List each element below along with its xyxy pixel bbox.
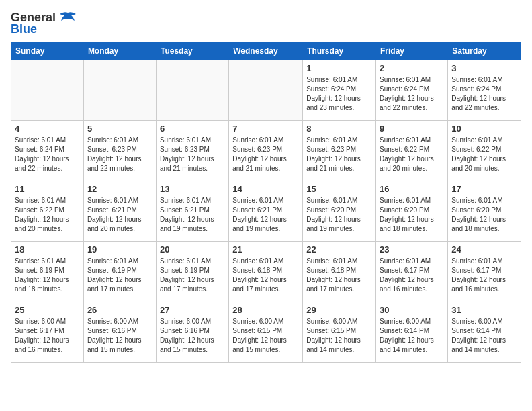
calendar-cell (156, 60, 228, 121)
day-number: 13 (160, 184, 225, 194)
day-number: 7 (232, 124, 299, 134)
calendar-cell: 25 Sunrise: 6:00 AMSunset: 6:17 PMDaylig… (11, 302, 84, 363)
calendar-cell (11, 60, 84, 121)
day-number: 4 (15, 124, 80, 134)
week-row-4: 18 Sunrise: 6:01 AMSunset: 6:19 PMDaylig… (11, 242, 521, 302)
day-number: 15 (306, 184, 372, 194)
day-info: Sunrise: 6:01 AMSunset: 6:20 PMDaylight:… (451, 196, 517, 234)
calendar-cell: 14 Sunrise: 6:01 AMSunset: 6:21 PMDaylig… (229, 181, 303, 242)
day-number: 20 (160, 244, 225, 255)
calendar-cell: 13 Sunrise: 6:01 AMSunset: 6:21 PMDaylig… (156, 181, 228, 242)
day-number: 19 (87, 244, 152, 255)
calendar-cell: 29 Sunrise: 6:00 AMSunset: 6:15 PMDaylig… (303, 302, 376, 363)
day-info: Sunrise: 6:01 AMSunset: 6:24 PMDaylight:… (306, 75, 372, 113)
day-number: 5 (87, 124, 152, 134)
day-info: Sunrise: 6:01 AMSunset: 6:23 PMDaylight:… (232, 136, 299, 173)
calendar-cell: 3 Sunrise: 6:01 AMSunset: 6:24 PMDayligh… (448, 60, 521, 121)
day-info: Sunrise: 6:01 AMSunset: 6:17 PMDaylight:… (451, 257, 517, 294)
day-number: 10 (451, 124, 517, 134)
calendar-cell: 17 Sunrise: 6:01 AMSunset: 6:20 PMDaylig… (448, 181, 521, 242)
day-info: Sunrise: 6:01 AMSunset: 6:17 PMDaylight:… (380, 257, 444, 294)
calendar-cell: 21 Sunrise: 6:01 AMSunset: 6:18 PMDaylig… (229, 242, 303, 302)
day-number: 29 (306, 305, 372, 315)
day-number: 3 (451, 63, 517, 73)
day-number: 25 (15, 305, 80, 315)
day-number: 9 (380, 124, 444, 134)
calendar-cell: 23 Sunrise: 6:01 AMSunset: 6:17 PMDaylig… (376, 242, 448, 302)
calendar-cell: 20 Sunrise: 6:01 AMSunset: 6:19 PMDaylig… (156, 242, 228, 302)
day-info: Sunrise: 6:01 AMSunset: 6:21 PMDaylight:… (160, 196, 225, 234)
calendar-cell: 18 Sunrise: 6:01 AMSunset: 6:19 PMDaylig… (11, 242, 84, 302)
calendar-cell: 9 Sunrise: 6:01 AMSunset: 6:22 PMDayligh… (376, 121, 448, 181)
calendar-cell: 6 Sunrise: 6:01 AMSunset: 6:23 PMDayligh… (156, 121, 228, 181)
calendar-cell: 22 Sunrise: 6:01 AMSunset: 6:18 PMDaylig… (303, 242, 376, 302)
page-header: General Blue (11, 11, 521, 36)
calendar-table: SundayMondayTuesdayWednesdayThursdayFrid… (11, 42, 521, 363)
week-row-2: 4 Sunrise: 6:01 AMSunset: 6:24 PMDayligh… (11, 121, 521, 181)
day-number: 26 (87, 305, 152, 315)
calendar-cell: 2 Sunrise: 6:01 AMSunset: 6:24 PMDayligh… (376, 60, 448, 121)
day-info: Sunrise: 6:00 AMSunset: 6:15 PMDaylight:… (306, 317, 372, 355)
day-number: 14 (232, 184, 299, 194)
calendar-cell: 1 Sunrise: 6:01 AMSunset: 6:24 PMDayligh… (303, 60, 376, 121)
day-info: Sunrise: 6:00 AMSunset: 6:16 PMDaylight:… (160, 317, 225, 355)
day-number: 16 (380, 184, 444, 194)
weekday-header-monday: Monday (83, 42, 156, 60)
day-info: Sunrise: 6:01 AMSunset: 6:19 PMDaylight:… (15, 257, 80, 294)
day-info: Sunrise: 6:01 AMSunset: 6:21 PMDaylight:… (87, 196, 152, 234)
day-info: Sunrise: 6:01 AMSunset: 6:24 PMDaylight:… (15, 136, 80, 173)
calendar-cell: 4 Sunrise: 6:01 AMSunset: 6:24 PMDayligh… (11, 121, 84, 181)
weekday-header-thursday: Thursday (303, 42, 376, 60)
weekday-header-sunday: Sunday (11, 42, 84, 60)
calendar-cell (229, 60, 303, 121)
day-number: 1 (306, 63, 372, 73)
day-info: Sunrise: 6:01 AMSunset: 6:18 PMDaylight:… (306, 257, 372, 294)
calendar-cell: 7 Sunrise: 6:01 AMSunset: 6:23 PMDayligh… (229, 121, 303, 181)
calendar-cell: 27 Sunrise: 6:00 AMSunset: 6:16 PMDaylig… (156, 302, 228, 363)
week-row-3: 11 Sunrise: 6:01 AMSunset: 6:22 PMDaylig… (11, 181, 521, 242)
calendar-cell: 5 Sunrise: 6:01 AMSunset: 6:23 PMDayligh… (83, 121, 156, 181)
weekday-header-friday: Friday (376, 42, 448, 60)
weekday-header-tuesday: Tuesday (156, 42, 228, 60)
day-info: Sunrise: 6:00 AMSunset: 6:14 PMDaylight:… (451, 317, 517, 355)
day-number: 21 (232, 244, 299, 255)
day-number: 2 (380, 63, 444, 73)
weekday-header-row: SundayMondayTuesdayWednesdayThursdayFrid… (11, 42, 521, 60)
day-info: Sunrise: 6:01 AMSunset: 6:22 PMDaylight:… (380, 136, 444, 173)
day-number: 23 (380, 244, 444, 255)
weekday-header-wednesday: Wednesday (229, 42, 303, 60)
day-number: 31 (451, 305, 517, 315)
calendar-cell: 24 Sunrise: 6:01 AMSunset: 6:17 PMDaylig… (448, 242, 521, 302)
day-number: 17 (451, 184, 517, 194)
day-number: 27 (160, 305, 225, 315)
day-number: 30 (380, 305, 444, 315)
calendar-cell: 16 Sunrise: 6:01 AMSunset: 6:20 PMDaylig… (376, 181, 448, 242)
calendar-cell: 15 Sunrise: 6:01 AMSunset: 6:20 PMDaylig… (303, 181, 376, 242)
day-info: Sunrise: 6:01 AMSunset: 6:22 PMDaylight:… (451, 136, 517, 173)
calendar-cell: 28 Sunrise: 6:00 AMSunset: 6:15 PMDaylig… (229, 302, 303, 363)
day-number: 8 (306, 124, 372, 134)
day-number: 11 (15, 184, 80, 194)
day-number: 6 (160, 124, 225, 134)
day-info: Sunrise: 6:00 AMSunset: 6:14 PMDaylight:… (380, 317, 444, 355)
calendar-cell: 19 Sunrise: 6:01 AMSunset: 6:19 PMDaylig… (83, 242, 156, 302)
calendar-cell: 10 Sunrise: 6:01 AMSunset: 6:22 PMDaylig… (448, 121, 521, 181)
day-number: 18 (15, 244, 80, 255)
day-info: Sunrise: 6:01 AMSunset: 6:19 PMDaylight:… (160, 257, 225, 294)
logo-bird-icon (58, 11, 77, 25)
day-info: Sunrise: 6:01 AMSunset: 6:21 PMDaylight:… (232, 196, 299, 234)
calendar-cell: 30 Sunrise: 6:00 AMSunset: 6:14 PMDaylig… (376, 302, 448, 363)
calendar-cell: 12 Sunrise: 6:01 AMSunset: 6:21 PMDaylig… (83, 181, 156, 242)
day-info: Sunrise: 6:00 AMSunset: 6:15 PMDaylight:… (232, 317, 299, 355)
calendar-cell: 31 Sunrise: 6:00 AMSunset: 6:14 PMDaylig… (448, 302, 521, 363)
week-row-1: 1 Sunrise: 6:01 AMSunset: 6:24 PMDayligh… (11, 60, 521, 121)
calendar-cell (83, 60, 156, 121)
day-info: Sunrise: 6:01 AMSunset: 6:18 PMDaylight:… (232, 257, 299, 294)
day-number: 22 (306, 244, 372, 255)
day-info: Sunrise: 6:01 AMSunset: 6:23 PMDaylight:… (306, 136, 372, 173)
day-info: Sunrise: 6:01 AMSunset: 6:20 PMDaylight:… (306, 196, 372, 234)
calendar-cell: 26 Sunrise: 6:00 AMSunset: 6:16 PMDaylig… (83, 302, 156, 363)
day-info: Sunrise: 6:01 AMSunset: 6:23 PMDaylight:… (160, 136, 225, 173)
weekday-header-saturday: Saturday (448, 42, 521, 60)
calendar-cell: 8 Sunrise: 6:01 AMSunset: 6:23 PMDayligh… (303, 121, 376, 181)
